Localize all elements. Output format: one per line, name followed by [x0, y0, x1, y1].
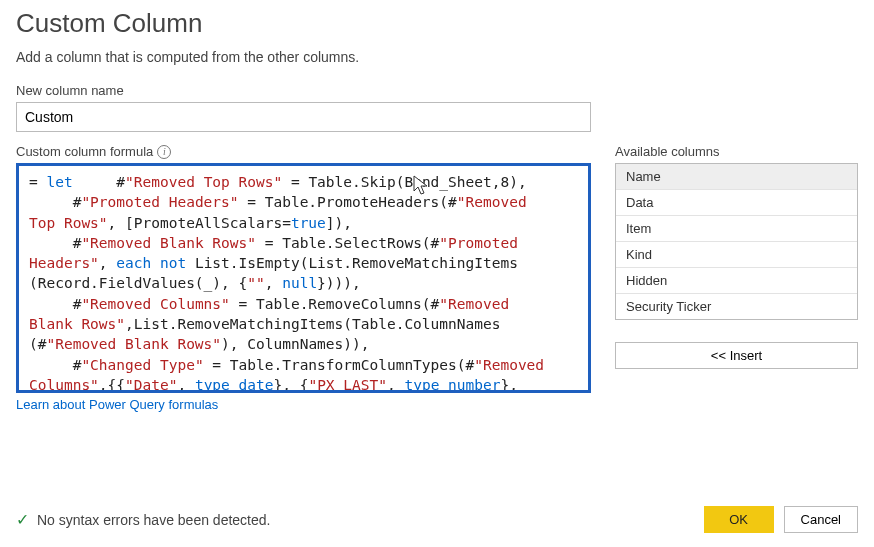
available-columns-list: NameDataItemKindHiddenSecurity Ticker	[615, 163, 858, 320]
available-columns-label: Available columns	[615, 144, 858, 159]
learn-link[interactable]: Learn about Power Query formulas	[16, 397, 218, 412]
dialog-subtitle: Add a column that is computed from the o…	[16, 49, 858, 65]
column-item[interactable]: Kind	[616, 242, 857, 268]
new-column-label: New column name	[16, 83, 858, 98]
column-item[interactable]: Data	[616, 190, 857, 216]
cancel-button[interactable]: Cancel	[784, 506, 858, 533]
button-row: OK Cancel	[704, 506, 858, 533]
column-item[interactable]: Hidden	[616, 268, 857, 294]
status-message: No syntax errors have been detected.	[37, 512, 270, 528]
new-column-input[interactable]	[16, 102, 591, 132]
formula-editor[interactable]: = let #"Removed Top Rows" = Table.Skip(B…	[16, 163, 591, 393]
column-item[interactable]: Name	[616, 164, 857, 190]
available-columns-panel: Available columns NameDataItemKindHidden…	[615, 144, 858, 369]
formula-label-text: Custom column formula	[16, 144, 153, 159]
main-row: Custom column formula i = let #"Removed …	[16, 144, 858, 412]
formula-label: Custom column formula i	[16, 144, 591, 159]
new-column-row: New column name	[16, 83, 858, 132]
dialog-title: Custom Column	[16, 8, 858, 39]
status-row: ✓ No syntax errors have been detected.	[16, 510, 270, 529]
info-icon[interactable]: i	[157, 145, 171, 159]
check-icon: ✓	[16, 510, 29, 529]
formula-column: Custom column formula i = let #"Removed …	[16, 144, 591, 412]
ok-button[interactable]: OK	[704, 506, 774, 533]
insert-button[interactable]: << Insert	[615, 342, 858, 369]
column-item[interactable]: Security Ticker	[616, 294, 857, 319]
column-item[interactable]: Item	[616, 216, 857, 242]
dialog-footer: ✓ No syntax errors have been detected. O…	[16, 506, 858, 533]
